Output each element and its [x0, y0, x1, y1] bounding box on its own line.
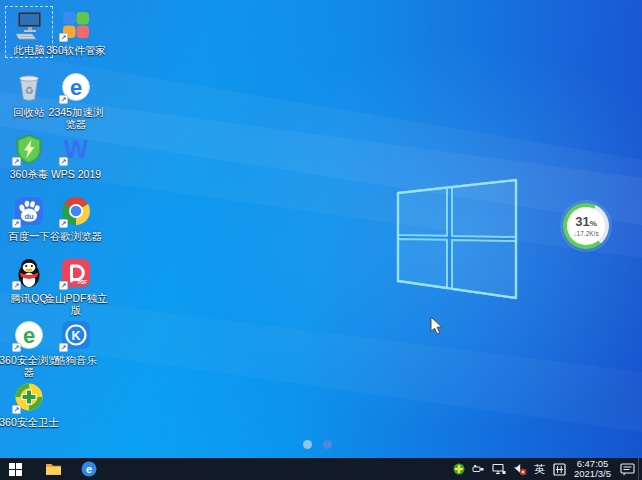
windows-start-icon: [9, 463, 22, 476]
browser-e-icon: e: [81, 461, 97, 477]
icon-label: 金山PDF独立版: [44, 292, 108, 316]
show-desktop-strip[interactable]: [638, 458, 642, 480]
file-explorer-button[interactable]: [38, 458, 68, 480]
file-explorer-icon: [45, 462, 62, 476]
shortcut-arrow-badge: ↗: [59, 33, 68, 42]
progress-inner: 31% ↓17.2K/s: [567, 207, 605, 245]
desktop-icon-kugou-music[interactable]: K ↗ 酷狗音乐: [44, 317, 108, 366]
desktop-icon-kingsoft-pdf[interactable]: PDF ↗ 金山PDF独立版: [44, 255, 108, 316]
ime-language-indicator[interactable]: 英: [530, 458, 549, 480]
icon-label: 2345加速浏览器: [44, 106, 108, 130]
start-button[interactable]: [0, 458, 30, 480]
tray-volume-muted-icon[interactable]: [509, 458, 530, 480]
icon-label: 腾讯QQ: [10, 292, 47, 304]
shortcut-arrow-badge: ↗: [12, 343, 21, 352]
icon-label: 360软件管家: [46, 44, 106, 56]
pager-dot-2[interactable]: [323, 440, 332, 449]
shortcut-arrow-badge: ↗: [59, 95, 68, 104]
desktop-icon-2345-browser[interactable]: e ↗ 2345加速浏览器: [44, 69, 108, 130]
shortcut-arrow-badge: ↗: [59, 219, 68, 228]
desktop-icon-wps-2019[interactable]: W ↗ WPS 2019: [44, 131, 108, 180]
pager-dot-1[interactable]: [303, 440, 312, 449]
svg-text:e: e: [86, 463, 92, 475]
download-progress-widget[interactable]: 31% ↓17.2K/s: [563, 203, 609, 249]
windows-logo: [390, 172, 522, 304]
tray-360-safeguard-icon[interactable]: [449, 458, 468, 480]
taskbar: e: [0, 458, 642, 480]
tray-usb-icon[interactable]: [468, 458, 488, 480]
shortcut-arrow-badge: ↗: [59, 157, 68, 166]
taskbar-clock[interactable]: 6:47:05 2021/3/5: [569, 459, 616, 479]
tray-network-icon[interactable]: [488, 458, 509, 480]
progress-percent: 31%: [575, 215, 597, 230]
system-tray: 英 6:47:05 2021/3/5: [449, 458, 642, 480]
icon-label: 360安全卫士: [0, 416, 59, 428]
shortcut-arrow-badge: ↗: [12, 219, 21, 228]
svg-text:du: du: [24, 212, 34, 221]
desktop-icon-chrome[interactable]: ↗ 谷歌浏览器: [44, 193, 108, 242]
icon-label: 回收站: [13, 106, 45, 118]
icon-label: 酷狗音乐: [55, 354, 97, 366]
svg-text:e: e: [23, 323, 35, 348]
svg-text:♻: ♻: [24, 85, 33, 96]
recycle-bin-icon: ♻: [14, 71, 44, 103]
windows-desktop-screen: 此电脑 ♻ 回收站 ↗ 360杀毒: [0, 0, 642, 480]
action-center-icon: [620, 463, 635, 476]
svg-text:PDF: PDF: [78, 280, 88, 285]
icon-label: 此电脑: [13, 44, 45, 56]
shortcut-arrow-badge: ↗: [12, 405, 21, 414]
svg-text:K: K: [71, 329, 80, 343]
shortcut-arrow-badge: ↗: [12, 157, 21, 166]
desktop-icon-360-software-manager[interactable]: ↗ 360软件管家: [44, 7, 108, 56]
shortcut-arrow-badge: ↗: [12, 281, 21, 290]
desktop-wallpaper: 此电脑 ♻ 回收站 ↗ 360杀毒: [0, 0, 642, 458]
ime-mode-icon[interactable]: [549, 458, 569, 480]
shortcut-arrow-badge: ↗: [59, 281, 68, 290]
desktop-icon-360-safeguard[interactable]: ↗ 360安全卫士: [0, 379, 61, 428]
clock-date: 2021/3/5: [574, 469, 611, 479]
shortcut-arrow-badge: ↗: [59, 343, 68, 352]
browser-taskbar-button[interactable]: e: [74, 458, 104, 480]
icon-label: 谷歌浏览器: [50, 230, 103, 242]
this-pc-icon: [13, 9, 45, 41]
progress-speed: ↓17.2K/s: [573, 230, 598, 238]
svg-text:e: e: [70, 75, 82, 100]
icon-label: 360杀毒: [10, 168, 49, 180]
mouse-cursor: [430, 316, 444, 336]
icon-label: WPS 2019: [51, 168, 101, 180]
action-center-button[interactable]: [616, 458, 638, 480]
